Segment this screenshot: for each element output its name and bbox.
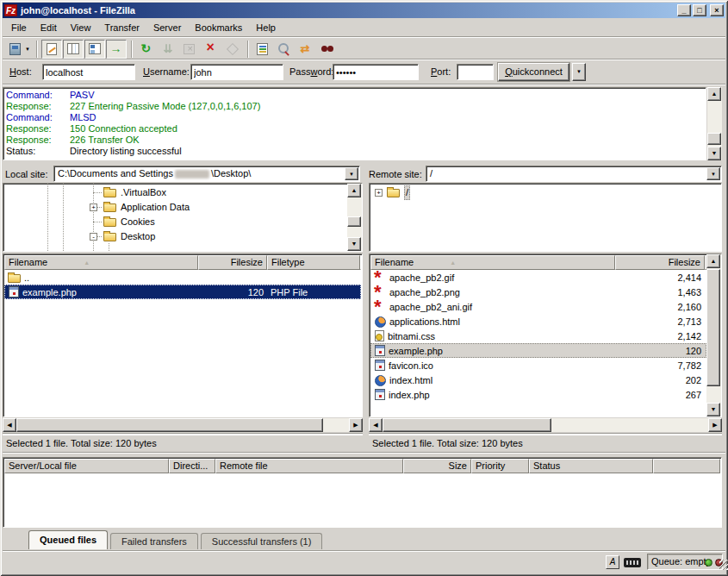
maximize-button[interactable]: □ [693, 4, 706, 16]
filesize-cell: 120 [615, 343, 705, 358]
column-header-l[interactable]: L [360, 255, 361, 270]
local-file-list: Filename▲FilesizeFiletypeL ..example.php… [3, 254, 363, 417]
quickconnect-button[interactable]: Quickconnect [498, 63, 569, 81]
file-row-bitnami-css[interactable]: bitnami.css2,142 [370, 329, 706, 343]
file-row-favicon-ico[interactable]: favicon.ico7,782 [370, 358, 706, 373]
scroll-right-button[interactable]: ▶ [708, 418, 722, 432]
scroll-left-button[interactable]: ◀ [3, 418, 16, 432]
resize-grip[interactable] [719, 560, 728, 570]
speed-limits-icon[interactable] [624, 558, 641, 567]
quickconnect-dropdown-button[interactable]: ▼ [572, 63, 586, 81]
window-title: john@localhost - FileZilla [21, 5, 677, 16]
refresh-button[interactable] [136, 40, 157, 59]
toggle-message-log-button[interactable] [41, 40, 62, 59]
titlebar[interactable]: Fz john@localhost - FileZilla _ □ × [3, 3, 725, 18]
filesize-cell: 120 [198, 285, 267, 299]
column-header-filename[interactable]: Filename▲ [370, 255, 615, 270]
column-header-remote-file[interactable]: Remote file [215, 459, 403, 473]
expand-icon[interactable]: + [375, 189, 383, 197]
file-row-apache-pb2-ani-gif[interactable]: apache_pb2_ani.gif2,160 [370, 299, 706, 314]
file-row-apache-pb2-gif[interactable]: apache_pb2.gif2,414 [370, 270, 706, 285]
tree-item-item[interactable]: +/ [370, 185, 721, 200]
menu-item-view[interactable]: View [64, 21, 98, 34]
combo-dropdown-icon[interactable]: ▼ [345, 167, 358, 180]
menu-item-help[interactable]: Help [249, 21, 283, 34]
close-button[interactable]: × [710, 4, 724, 16]
file-row-index-html[interactable]: index.html202 [370, 373, 706, 387]
local-list-hscrollbar[interactable]: ◀ ▶ [3, 418, 363, 432]
find-files-button[interactable] [317, 40, 338, 59]
remote-list-scrollbar[interactable]: ▲ ▼ [706, 254, 721, 416]
column-header-filename[interactable]: Filename▲ [4, 255, 198, 270]
tree-branch-line [93, 222, 102, 222]
scroll-down-button[interactable]: ▼ [706, 403, 720, 416]
tree-item-desktop[interactable]: -Desktop [3, 229, 362, 244]
data-type-indicator-icon[interactable]: A [606, 555, 619, 569]
column-header-filesize[interactable]: Filesize [615, 255, 705, 270]
file-row-apache-pb2-png[interactable]: apache_pb2.png1,463 [370, 285, 706, 299]
toggle-local-tree-button[interactable] [63, 40, 84, 59]
directory-filters-button[interactable] [252, 40, 273, 59]
menu-item-bookmarks[interactable]: Bookmarks [188, 21, 249, 34]
file-row-index-php[interactable]: index.php267 [370, 387, 706, 402]
column-header-filetype[interactable]: Filetype [267, 255, 360, 270]
remote-list-hscrollbar[interactable]: ◀ ▶ [369, 418, 722, 432]
site-manager-icon [9, 43, 21, 55]
remote-site-combo[interactable]: / ▼ [426, 166, 722, 182]
host-input[interactable] [42, 64, 135, 80]
tab-failed-transfers[interactable]: Failed transfers [110, 533, 198, 549]
menu-item-transfer[interactable]: Transfer [97, 21, 146, 34]
minimize-button[interactable]: _ [677, 4, 691, 16]
tree-item-application-data[interactable]: +Application Data [3, 200, 362, 215]
file-row-item[interactable]: .. [4, 270, 361, 285]
local-directory-tree: ▲ ▼ .VirtualBox+Application DataCookies-… [3, 183, 363, 252]
menu-item-file[interactable]: File [4, 21, 34, 34]
scroll-right-button[interactable]: ▶ [349, 418, 363, 432]
message-log-scrollbar[interactable]: ▲ ▼ [707, 87, 722, 160]
toggle-transfer-queue-button[interactable] [106, 40, 127, 59]
password-input[interactable] [333, 64, 419, 80]
site-manager-button-dropdown[interactable]: ▼ [25, 47, 30, 52]
column-header-server-local-file[interactable]: Server/Local file [4, 459, 169, 473]
scroll-up-button[interactable]: ▲ [706, 254, 720, 268]
username-input[interactable] [190, 64, 283, 80]
combo-dropdown-icon[interactable]: ▼ [706, 167, 720, 180]
filename-text: apache_pb2.gif [389, 271, 454, 285]
synchronized-browsing-button[interactable] [296, 40, 316, 59]
file-row-example-php[interactable]: example.php120 [370, 343, 706, 358]
scroll-up-button[interactable]: ▲ [707, 87, 721, 101]
disconnect-button[interactable] [201, 40, 221, 59]
toggle-remote-tree-button[interactable] [84, 40, 105, 59]
port-input[interactable] [457, 64, 494, 80]
file-row-example-php[interactable]: example.php120PHP File1 [4, 285, 361, 299]
sync-browse-icon [298, 42, 313, 56]
scrollbar-thumb[interactable] [383, 418, 551, 432]
scroll-down-button[interactable]: ▼ [707, 147, 721, 160]
column-header-directi[interactable]: Directi... [169, 459, 215, 473]
column-header-status[interactable]: Status [529, 459, 653, 473]
expand-icon[interactable]: + [90, 203, 97, 211]
column-header-filesize[interactable]: Filesize [198, 255, 267, 270]
scrollbar-thumb[interactable] [706, 269, 720, 386]
column-header-priority[interactable]: Priority [471, 459, 529, 473]
scrollbar-thumb[interactable] [707, 133, 721, 145]
log-message: MLSD [70, 112, 96, 123]
php-icon [375, 389, 385, 400]
tree-item-cookies[interactable]: Cookies [3, 215, 362, 229]
local-site-combo[interactable]: C:\Documents and Settings\Desktop\ ▼ [53, 166, 360, 182]
tab-queued-files[interactable]: Queued files [28, 530, 108, 549]
site-manager-button[interactable]: ▼ [6, 40, 32, 59]
column-header-size[interactable]: Size [403, 459, 471, 473]
tree-item-virtualbox[interactable]: .VirtualBox [3, 185, 362, 200]
scroll-left-button[interactable]: ◀ [369, 418, 383, 432]
menu-item-edit[interactable]: Edit [34, 21, 64, 34]
menu-item-server[interactable]: Server [146, 21, 188, 34]
collapse-icon[interactable]: - [90, 233, 97, 241]
scrollbar-thumb[interactable] [16, 418, 323, 432]
tab-successful-transfers-1[interactable]: Successful transfers (1) [201, 533, 323, 549]
directory-comparison-button[interactable] [274, 40, 295, 59]
tree-branch-line [93, 192, 102, 193]
filezilla-window: Fz john@localhost - FileZilla _ □ × File… [0, 0, 728, 576]
file-row-applications-html[interactable]: applications.html2,713 [370, 314, 706, 329]
column-header-label: Remote file [220, 460, 268, 473]
